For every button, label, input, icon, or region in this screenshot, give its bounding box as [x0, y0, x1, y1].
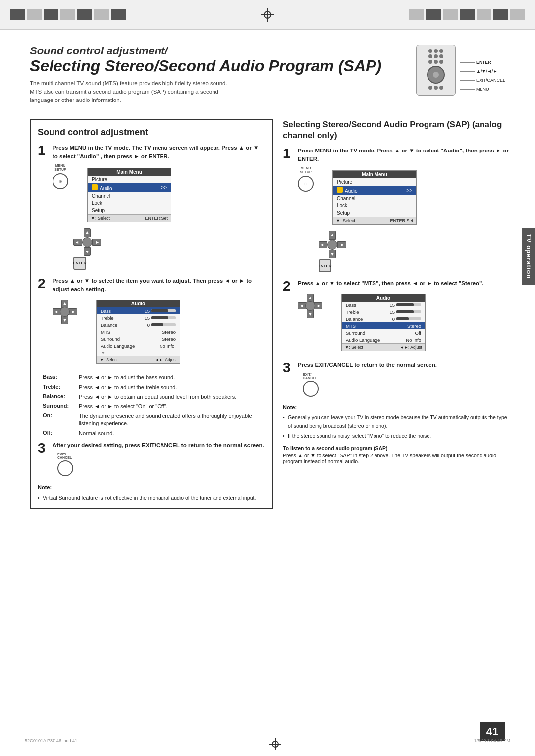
- two-columns: Sound control adjustment 1 Press MENU in…: [30, 119, 510, 509]
- step3-left-number: 3: [38, 441, 48, 455]
- step1-left: 1 Press MENU in the TV mode. The TV menu…: [38, 144, 265, 270]
- enter-label: ENTER: [476, 60, 491, 65]
- menu-label: MENU: [476, 87, 489, 92]
- step1-right-text: Press MENU in the TV mode. Press ▲ or ▼ …: [298, 147, 510, 164]
- right-section-title: Selecting Stereo/Second Audio Program (S…: [283, 119, 510, 141]
- step3-right: 3 Press EXIT/CANCEL to return to the nor…: [283, 361, 510, 396]
- header-desc: The multi-channel TV sound (MTS) feature…: [30, 79, 268, 105]
- tv-operation-tab: TV operation: [522, 228, 535, 285]
- doc-id: 52G0101A P37-46.indd 41: [25, 738, 77, 750]
- italic-subtitle: Sound control adjustment/: [30, 45, 406, 57]
- exit-cancel-label-1: EXIT/CANCEL: [57, 453, 72, 459]
- main-title: Selecting Stereo/Second Audio Program (S…: [30, 57, 406, 75]
- step3-right-text: Press EXIT/CANCEL to return to the norma…: [298, 361, 510, 369]
- title-block: Sound control adjustment/ Selecting Ster…: [30, 45, 406, 104]
- step3-left-text: After your desired setting, press EXIT/C…: [53, 441, 265, 450]
- step2-right-text: Press ▲ or ▼ to select "MTS", then press…: [298, 279, 510, 288]
- step1-left-text: Press MENU in the TV mode. The TV menu s…: [53, 144, 265, 161]
- audio-menu-left: Audio Bass 15 Treble: [96, 300, 180, 364]
- main-menu-left: Main Menu Picture Audio >> Channel Lock …: [87, 168, 171, 222]
- step2-left: 2 Press ▲ or ▼ to select the item you wa…: [38, 277, 265, 367]
- dpad-right-1: ▲ ▼ ◄ ►: [319, 231, 346, 258]
- treble-setting: Treble: Press ◄ or ► to adjust the trebl…: [43, 384, 265, 391]
- dpad-left-1: ▲ ▼ ◄ ►: [73, 228, 101, 256]
- enter-btn-1: ENTER: [73, 257, 86, 270]
- left-marks: [10, 9, 126, 20]
- exit-cancel-icon-r1: [303, 381, 319, 397]
- bottom-crosshair: [269, 738, 281, 750]
- dpad-left-2: ▲ ▼ ◄ ►: [53, 300, 77, 324]
- exit-cancel-icon-1: [57, 460, 73, 476]
- remote-illustration: ENTER ▲/▼/◄/► EXIT/CANCEL MENU: [406, 45, 510, 96]
- step3-left: 3 After your desired setting, press EXIT…: [38, 441, 265, 476]
- remote-body: [416, 45, 456, 96]
- exit-cancel-label-r1: EXIT/CANCEL: [303, 373, 317, 380]
- arrows-label: ▲/▼/◄/►: [476, 69, 497, 74]
- step2-right-number: 2: [283, 279, 293, 293]
- menu-setup-label-r1: MENUSETUP: [300, 166, 311, 174]
- main-menu-right: Main Menu Picture Audio >> Channel Lock …: [332, 170, 417, 225]
- step2-right: 2 Press ▲ or ▼ to select "MTS", then pre…: [283, 279, 510, 354]
- center-crosshair: [261, 8, 274, 22]
- sap-note: To listen to a second audio program (SAP…: [283, 445, 510, 464]
- menu-setup-icon-r1: ⊙: [298, 176, 314, 192]
- balance-setting: Balance: Press ◄ or ► to obtain an equal…: [43, 393, 265, 401]
- audio-menu-right: Audio Bass 15 Treble: [341, 294, 426, 351]
- bottom-bar: 52G0101A P37-46.indd 41 1/5/09 3:04:49 P…: [0, 736, 535, 752]
- doc-date: 1/5/09 3:04:49 PM: [474, 738, 510, 750]
- note-left: Note: Virtual Surround feature is not ef…: [38, 483, 265, 502]
- remote-dpad: [427, 66, 445, 84]
- sap-note-title: To listen to a second audio program (SAP…: [283, 445, 510, 451]
- off-setting: Off: Normal sound.: [43, 430, 265, 437]
- right-marks: [409, 9, 525, 20]
- note-right: Note: Generally you can leave your TV in…: [283, 403, 510, 440]
- left-section-title: Sound control adjustment: [38, 127, 265, 138]
- dpad-right-2: ▲ ▼ ◄ ►: [298, 294, 322, 318]
- step1-right-number: 1: [283, 147, 293, 160]
- sap-note-text: Press ▲ or ▼ to select "SAP" in step 2 a…: [283, 453, 510, 464]
- exit-cancel-label: EXIT/CANCEL: [476, 78, 505, 83]
- step3-right-number: 3: [283, 361, 293, 375]
- settings-table: Bass: Press ◄ or ► to adjust the bass so…: [43, 374, 265, 437]
- step2-left-text: Press ▲ or ▼ to select the item you want…: [53, 277, 265, 294]
- enter-btn-r1: ENTER: [319, 259, 331, 272]
- header-section: Sound control adjustment/ Selecting Ster…: [30, 45, 510, 104]
- registration-marks: [0, 0, 535, 30]
- on-setting: On: The dynamic presence and sound creat…: [43, 412, 265, 428]
- left-column: Sound control adjustment 1 Press MENU in…: [30, 119, 273, 509]
- right-column: Selecting Stereo/Second Audio Program (S…: [283, 119, 510, 464]
- menu-setup-icon-1: ⊙: [53, 173, 68, 189]
- step1-left-number: 1: [38, 144, 48, 157]
- surround-setting: Surround: Press ◄ or ► to select "On" or…: [43, 403, 265, 410]
- page-content: Sound control adjustment/ Selecting Ster…: [0, 30, 535, 524]
- step2-left-number: 2: [38, 277, 48, 291]
- step1-right: 1 Press MENU in the TV mode. Press ▲ or …: [283, 147, 510, 273]
- menu-setup-label-1: MENUSETUP: [54, 164, 66, 171]
- bass-setting: Bass: Press ◄ or ► to adjust the bass so…: [43, 374, 265, 381]
